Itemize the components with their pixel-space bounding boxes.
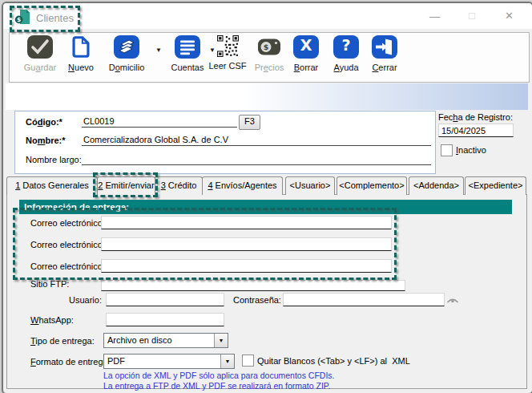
tab-envios-agentes[interactable]: 4 Envíos/Agentes (202, 176, 283, 195)
informacion-entrega-header: Información de entrega: (19, 200, 512, 214)
svg-text:$: $ (17, 16, 21, 23)
save-check-icon (27, 35, 53, 59)
formato-entrega-value: PDF (107, 356, 125, 366)
new-document-icon (68, 47, 94, 61)
minimize-button[interactable]: — (429, 11, 440, 22)
toolbar: Guardar Nuevo Domicilio ▼ (9, 32, 530, 83)
tab-credito[interactable]: 3 Crédito (155, 176, 203, 195)
correo1-input[interactable] (101, 216, 392, 229)
whatsapp-input[interactable] (106, 313, 224, 326)
formato-entrega-dropdown-arrow[interactable]: ▼ (220, 355, 234, 368)
address-stack-icon (114, 35, 139, 59)
inactivo-checkbox[interactable] (441, 144, 453, 156)
tab-emitir-enviar[interactable]: 2 Emitir/enviar (97, 176, 155, 196)
toolbar-gradient-strip (6, 83, 528, 110)
contrasena-label: Contraseña: (233, 295, 281, 305)
help-question-icon: ? (333, 35, 359, 59)
correo2-input[interactable] (101, 237, 392, 251)
tipo-entrega-value: Archivo en disco (107, 335, 172, 345)
f3-button[interactable]: F3 (239, 115, 260, 130)
correo3-label: Correo electrónico 3: (30, 261, 112, 271)
leer-csf-button[interactable]: Leer CSF (205, 35, 250, 79)
correo2-label: Correo electrónico 2: (30, 240, 112, 249)
maximize-button[interactable]: □ (469, 10, 475, 21)
usuario-input[interactable] (106, 293, 224, 306)
guardar-button[interactable]: Guardar (18, 35, 62, 79)
close-button[interactable]: ✕ (505, 10, 514, 21)
codigo-input[interactable] (82, 115, 237, 128)
cuentas-button[interactable]: Cuentas (165, 35, 210, 79)
note-cfdi: La opción de XML y PDF sólo aplica para … (103, 371, 335, 380)
tipo-entrega-label: Tipo de entrega: (30, 336, 95, 346)
contrasena-input[interactable] (283, 293, 445, 306)
nuevo-button[interactable]: Nuevo (58, 35, 103, 79)
tab-datos-generales[interactable]: 1 Datos Generales (6, 176, 98, 195)
tab-usuario[interactable]: <Usuario> (285, 176, 335, 195)
qr-code-icon (217, 46, 239, 59)
tipo-entrega-select[interactable]: Archivo en disco ▼ (103, 333, 228, 348)
delete-x-icon: X (293, 35, 319, 59)
domicilio-dropdown-arrow[interactable]: ▼ (155, 47, 162, 54)
titlebar (3, 3, 532, 29)
price-tag-icon: $ (256, 47, 282, 61)
fecha-registro-input[interactable] (438, 124, 514, 137)
svg-text:$: $ (264, 43, 269, 51)
sitio-ftp-input[interactable] (101, 280, 405, 291)
borrar-button[interactable]: X Borrar (284, 35, 328, 79)
clientes-window: $ Clientes — □ ✕ Guardar Nuevo (2, 2, 532, 393)
tab-expediente[interactable]: <Expediente> (465, 176, 526, 195)
inactivo-label: Inactivo (456, 145, 486, 155)
cerrar-button[interactable]: Cerrar (362, 35, 407, 79)
accounts-list-icon (175, 35, 200, 59)
tab-addenda[interactable]: <Addenda> (409, 176, 464, 195)
password-eye-icon[interactable] (446, 294, 459, 309)
quitar-blancos-checkbox[interactable] (242, 355, 254, 367)
fecha-registro-label: Fecha de Registro: (438, 112, 513, 122)
tab-complemento[interactable]: <Complemento> (337, 176, 407, 195)
clientes-app-icon: $ (14, 9, 30, 25)
nombre-largo-label: Nombre largo: (26, 155, 82, 164)
nombre-largo-input[interactable] (82, 153, 431, 165)
codigo-label: Código:* (26, 117, 62, 127)
formato-entrega-label: Formato de entrega: (30, 357, 111, 367)
sitio-ftp-label: Sitio FTP: (30, 279, 69, 289)
domicilio-button[interactable]: Domicilio (103, 35, 151, 79)
whatsapp-label: WhatsApp: (30, 315, 74, 325)
correo3-input[interactable] (101, 259, 392, 273)
tipo-entrega-dropdown-arrow[interactable]: ▼ (214, 334, 228, 347)
nombre-label: Nombre:* (26, 136, 66, 145)
usuario-label: Usuario: (43, 295, 102, 305)
note-ftp-zip: La entrega a FTP de XML y PDF se realiza… (103, 381, 330, 391)
correo1-label: Correo electrónico 1: (30, 218, 112, 228)
formato-entrega-select[interactable]: PDF ▼ (103, 354, 235, 369)
quitar-blancos-label: Quitar Blancos (<Tab> y <LF>) al XML (257, 356, 410, 366)
nombre-input[interactable] (82, 134, 431, 146)
window-title: Clientes (36, 12, 74, 24)
exit-door-icon (372, 35, 397, 59)
